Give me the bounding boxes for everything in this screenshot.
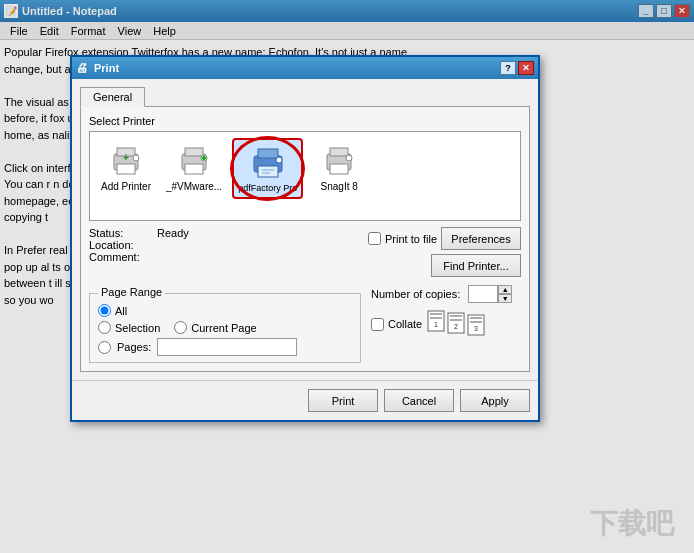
find-printer-button[interactable]: Find Printer... [431, 254, 521, 277]
page-range-options: All Selection Current Page [98, 300, 352, 356]
status-line: Status: Ready [89, 227, 360, 239]
apply-button[interactable]: Apply [460, 389, 530, 412]
svg-rect-15 [262, 172, 270, 174]
svg-text:3: 3 [474, 325, 478, 332]
cancel-button[interactable]: Cancel [384, 389, 454, 412]
copies-spinbox: 1 ▲ ▼ [468, 285, 512, 303]
copies-row: Number of copies: 1 ▲ ▼ [371, 285, 521, 303]
svg-text:+: + [123, 152, 129, 163]
dialog-overlay: 🖨 Print ? ✕ General Select Printer [0, 0, 694, 553]
vmware-printer-label: _#VMware... [166, 181, 222, 192]
printer-item-vmware[interactable]: _#VMware... [162, 138, 226, 196]
svg-rect-18 [330, 164, 348, 174]
svg-rect-11 [258, 149, 278, 158]
collate-row: Collate 1 2 [371, 309, 521, 339]
radio-pages-label: Pages: [117, 341, 151, 353]
radio-all[interactable] [98, 304, 111, 317]
top-right-buttons: Print to file Preferences Find Printer..… [368, 227, 521, 277]
dialog-help-button[interactable]: ? [500, 61, 516, 75]
dialog-title-text: 🖨 Print [76, 61, 500, 75]
printer-title-icon: 🖨 [76, 61, 90, 75]
page-range-copies-row: Page Range All Selection [89, 285, 521, 363]
select-printer-label: Select Printer [89, 115, 521, 127]
page-range-col: Page Range All Selection [89, 285, 361, 363]
copies-input[interactable]: 1 [468, 285, 498, 303]
comment-label-text: Comment: [89, 251, 157, 263]
collate-checkbox[interactable] [371, 318, 384, 331]
radio-selection-label: Selection [115, 322, 160, 334]
radio-current-page[interactable] [174, 321, 187, 334]
add-printer-label: Add Printer [101, 181, 151, 192]
tab-strip: General [80, 87, 530, 107]
page-range-section: Page Range All Selection [89, 293, 361, 363]
pages-row: Pages: [98, 338, 352, 356]
svg-rect-17 [330, 148, 348, 156]
svg-rect-6 [185, 148, 203, 156]
copies-spin-buttons: ▲ ▼ [498, 285, 512, 303]
collate-icon: 1 2 3 [426, 309, 486, 339]
snagit-printer-label: SnagIt 8 [321, 181, 358, 192]
svg-point-3 [133, 155, 139, 161]
svg-rect-7 [185, 164, 203, 174]
print-button[interactable]: Print [308, 389, 378, 412]
copies-section: Number of copies: 1 ▲ ▼ [371, 285, 521, 339]
copies-decrement-button[interactable]: ▼ [498, 294, 512, 303]
dialog-body: General Select Printer + [72, 79, 538, 380]
pages-input[interactable] [157, 338, 297, 356]
status-info-area: Status: Ready Location: Comment: [89, 227, 360, 263]
radio-all-row: All [98, 304, 352, 317]
tab-content: Select Printer + Add Printer [80, 106, 530, 372]
print-to-file-label: Print to file [385, 233, 437, 245]
svg-point-13 [276, 157, 282, 163]
print-to-file-checkbox[interactable] [368, 232, 381, 245]
print-dialog: 🖨 Print ? ✕ General Select Printer [70, 55, 540, 422]
copies-col: Number of copies: 1 ▲ ▼ [371, 285, 521, 363]
watermark: 下载吧 [590, 505, 674, 543]
svg-rect-21 [430, 313, 442, 315]
status-value-text: Ready [157, 227, 189, 239]
svg-rect-26 [450, 319, 462, 321]
tab-general[interactable]: General [80, 87, 145, 107]
svg-rect-22 [430, 317, 442, 319]
page-range-title: Page Range [98, 286, 165, 298]
pdf-printer-name: pdfFactory Pro [238, 183, 297, 193]
preferences-button[interactable]: Preferences [441, 227, 521, 250]
svg-rect-25 [450, 315, 462, 317]
bottom-buttons: Print Cancel Apply [72, 380, 538, 420]
collate-label: Collate [388, 318, 422, 330]
comment-line: Comment: [89, 251, 360, 263]
status-label-text: Status: [89, 227, 157, 239]
svg-rect-29 [470, 317, 482, 319]
copies-label: Number of copies: [371, 288, 460, 300]
svg-rect-12 [258, 166, 278, 177]
svg-rect-14 [262, 169, 274, 171]
radio-selection[interactable] [98, 321, 111, 334]
dialog-titlebar: 🖨 Print ? ✕ [72, 57, 538, 79]
dialog-titlebar-buttons: ? ✕ [500, 61, 534, 75]
dialog-title-label: Print [94, 62, 119, 74]
radio-all-label: All [115, 305, 127, 317]
radio-selection-current-row: Selection Current Page [98, 321, 352, 334]
add-printer-icon: + [108, 142, 144, 178]
radio-pages[interactable] [98, 341, 111, 354]
pdf-printer-icon [250, 144, 286, 180]
svg-point-9 [202, 156, 206, 160]
dialog-close-button[interactable]: ✕ [518, 61, 534, 75]
radio-current-page-label: Current Page [191, 322, 256, 334]
printer-item-snagit[interactable]: SnagIt 8 [309, 138, 369, 196]
printer-list: + Add Printer _#VMware... [89, 131, 521, 221]
printer-item-pdf[interactable]: pdfFactory Pro [232, 138, 303, 199]
location-label-text: Location: [89, 239, 157, 251]
svg-point-19 [346, 155, 352, 161]
svg-text:2: 2 [454, 323, 458, 330]
printer-item-add[interactable]: + Add Printer [96, 138, 156, 196]
vmware-printer-icon [176, 142, 212, 178]
svg-text:1: 1 [434, 321, 438, 328]
location-line: Location: [89, 239, 360, 251]
svg-rect-30 [470, 321, 482, 323]
copies-increment-button[interactable]: ▲ [498, 285, 512, 294]
svg-rect-2 [117, 164, 135, 174]
print-to-file-row: Print to file Preferences [368, 227, 521, 250]
snagit-printer-icon [321, 142, 357, 178]
